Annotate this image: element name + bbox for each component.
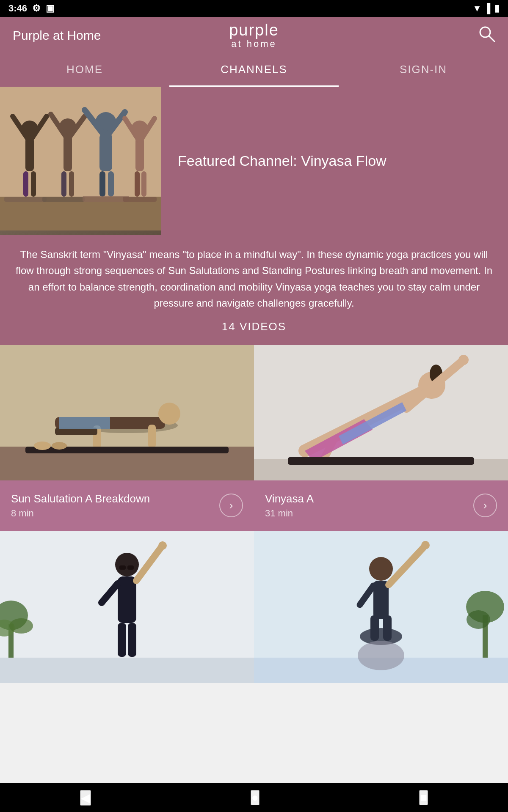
- video-duration-1: 8 min: [11, 508, 213, 519]
- featured-channel-section: Featured Channel: Vinyasa Flow: [0, 87, 508, 235]
- svg-rect-52: [288, 457, 474, 465]
- app-header: Purple at Home purple at home: [0, 17, 508, 54]
- wifi-icon: ▾: [475, 3, 479, 14]
- video-title-1: Sun Salutation A Breakdown: [11, 492, 213, 505]
- svg-point-65: [158, 541, 167, 550]
- battery-icon: ▮: [494, 3, 500, 14]
- svg-rect-9: [23, 171, 28, 197]
- svg-rect-10: [31, 171, 36, 197]
- svg-rect-61: [119, 565, 126, 570]
- video-grid-row1: Sun Salutation A Breakdown 8 min ›: [0, 345, 508, 531]
- navigation-tabs: HOME CHANNELS SIGN-IN: [0, 54, 508, 87]
- video-title-2: Vinyasa A: [265, 492, 467, 505]
- svg-rect-80: [370, 615, 379, 641]
- video-item-1[interactable]: Sun Salutation A Breakdown 8 min ›: [0, 345, 254, 531]
- svg-point-73: [467, 610, 490, 629]
- video-thumb-1: [0, 345, 254, 480]
- video-item-2[interactable]: Vinyasa A 31 min ›: [254, 345, 508, 531]
- svg-rect-27: [135, 171, 140, 197]
- svg-point-59: [9, 618, 33, 634]
- svg-rect-32: [123, 197, 157, 202]
- svg-rect-31: [83, 196, 129, 202]
- svg-point-43: [52, 442, 67, 450]
- svg-point-42: [34, 442, 51, 450]
- svg-point-82: [358, 641, 404, 670]
- search-button[interactable]: [478, 25, 495, 46]
- tab-channels[interactable]: CHANNELS: [169, 54, 339, 87]
- svg-line-1: [489, 36, 494, 41]
- svg-rect-29: [4, 197, 47, 202]
- svg-point-74: [369, 557, 393, 581]
- tab-home[interactable]: HOME: [0, 54, 169, 87]
- featured-channel-title: Featured Channel: Vinyasa Flow: [178, 153, 491, 169]
- bottom-nav-bar: ◀ ● ■: [0, 783, 508, 812]
- video-count: 14 VIDEOS: [13, 320, 495, 333]
- channel-description: The Sanskrit term "Vinyasa" means "to pl…: [13, 247, 495, 312]
- status-bar: 3:46 ⚙ ▣ ▾ ▐ ▮: [0, 0, 508, 17]
- recents-button[interactable]: ■: [419, 790, 428, 805]
- featured-channel-text: Featured Channel: Vinyasa Flow: [161, 140, 508, 182]
- status-right: ▾ ▐ ▮: [475, 3, 500, 14]
- video-thumb-2: [254, 345, 508, 480]
- app-title: Purple at Home: [13, 28, 101, 43]
- signal-icon: ▐: [483, 3, 490, 14]
- video-arrow-2[interactable]: ›: [473, 494, 497, 517]
- svg-rect-81: [383, 615, 392, 641]
- home-button[interactable]: ●: [251, 790, 260, 805]
- svg-point-77: [421, 541, 430, 549]
- status-left: 3:46 ⚙ ▣: [8, 3, 55, 14]
- svg-rect-15: [61, 171, 66, 197]
- svg-rect-62: [127, 565, 134, 570]
- svg-rect-28: [141, 171, 146, 197]
- video-label-text-1: Sun Salutation A Breakdown 8 min: [11, 492, 213, 519]
- svg-rect-30: [42, 197, 85, 202]
- video-label-text-2: Vinyasa A 31 min: [265, 492, 467, 519]
- video-label-1[interactable]: Sun Salutation A Breakdown 8 min ›: [0, 480, 254, 531]
- svg-point-50: [458, 355, 469, 365]
- svg-rect-16: [69, 171, 74, 197]
- bottom-video-grid: [0, 531, 508, 683]
- bottom-thumb-2[interactable]: [254, 531, 508, 683]
- video-duration-2: 31 min: [265, 508, 467, 519]
- header-logo: purple at home: [229, 22, 279, 49]
- time-display: 3:46: [8, 3, 27, 14]
- bottom-thumb-1[interactable]: [0, 531, 254, 683]
- svg-point-37: [158, 403, 180, 425]
- logo-at-home: at home: [229, 39, 279, 49]
- svg-rect-55: [0, 658, 254, 683]
- notification-icon: ▣: [46, 3, 55, 14]
- video-arrow-1[interactable]: ›: [219, 494, 243, 517]
- video-label-2[interactable]: Vinyasa A 31 min ›: [254, 480, 508, 531]
- logo-purple: purple: [229, 22, 279, 39]
- featured-channel-image: [0, 87, 161, 235]
- svg-rect-68: [128, 623, 136, 657]
- svg-rect-21: [99, 171, 105, 197]
- svg-point-60: [115, 553, 139, 576]
- svg-rect-22: [108, 171, 114, 197]
- tab-signin[interactable]: SIGN-IN: [339, 54, 508, 87]
- settings-icon: ⚙: [32, 3, 41, 14]
- channel-description-section: The Sanskrit term "Vinyasa" means "to pl…: [0, 235, 508, 345]
- svg-rect-67: [118, 623, 126, 657]
- svg-rect-38: [148, 425, 156, 448]
- back-button[interactable]: ◀: [80, 790, 91, 806]
